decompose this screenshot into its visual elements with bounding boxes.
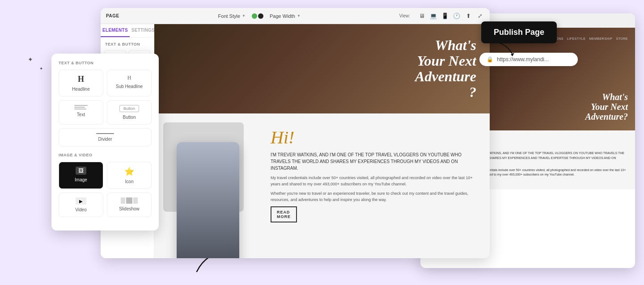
- fp-image-icon: 🖼: [76, 167, 86, 175]
- floating-person: [177, 142, 239, 258]
- hero-section: What'sYour NextAdventure?: [154, 24, 490, 113]
- person-silhouette: [177, 142, 239, 258]
- history-icon[interactable]: 🕐: [452, 13, 461, 20]
- fp-divider[interactable]: Divider: [59, 128, 152, 147]
- editor-toolbar: PAGE Font Style ▼ Page Width ▼ View: 🖥 💻…: [101, 8, 490, 24]
- fp-subheadline[interactable]: H Sub Headline: [107, 70, 152, 96]
- sparkle-left-upper: ✦: [39, 66, 43, 71]
- fp-image-grid: 🖼 Image ⭐ Icon ▶ Video Slideshow: [59, 162, 152, 217]
- fp-slideshow[interactable]: Slideshow: [107, 193, 152, 217]
- page-width-label: Page Width: [270, 13, 295, 19]
- fp-image-label: Image: [75, 177, 87, 182]
- tab-settings[interactable]: SETTINGS: [130, 24, 157, 37]
- fp-slideshow-label: Slideshow: [119, 206, 140, 211]
- fp-video[interactable]: ▶ Video: [59, 193, 103, 217]
- editor-content: ELEMENTS SETTINGS TEXT & BUTTON H Headli…: [101, 24, 490, 258]
- floating-elements-panel: TEXT & BUTTON H Headline H Sub Headline …: [51, 54, 159, 231]
- fp-text[interactable]: Text: [59, 100, 103, 125]
- fp-divider-label: Divider: [98, 137, 112, 142]
- fp-image-section: IMAGE & VIDEO 🖼 Image ⭐ Icon ▶ Video S: [59, 153, 152, 217]
- fp-icon[interactable]: ⭐ Icon: [107, 162, 152, 189]
- content-right: Hi! I'M TREVER WATKINS, AND I'M ONE OF T…: [271, 122, 481, 249]
- color-swatch-green: [252, 13, 257, 19]
- fp-text-section: TEXT & BUTTON H Headline H Sub Headline …: [59, 61, 152, 147]
- fp-subheadline-label: Sub Headline: [116, 84, 143, 89]
- fp-text-icon: [74, 105, 88, 109]
- fp-text-grid: H Headline H Sub Headline Text Button Bu…: [59, 70, 152, 147]
- font-style-control[interactable]: Font Style ▼: [216, 13, 248, 20]
- desktop-view-icon[interactable]: 🖥: [417, 13, 426, 20]
- fp-button[interactable]: Button Button: [107, 100, 152, 125]
- content-left: 🏔: [163, 122, 262, 249]
- laptop-view-icon[interactable]: 💻: [429, 13, 438, 20]
- fp-headline[interactable]: H Headline: [59, 70, 103, 96]
- hi-text: Hi!: [271, 127, 481, 148]
- nav-membership[interactable]: MEMBERSHIP: [589, 37, 612, 40]
- fp-image[interactable]: 🖼 Image: [59, 162, 103, 189]
- mobile-view-icon[interactable]: 📱: [441, 13, 449, 20]
- fp-image-title: IMAGE & VIDEO: [59, 153, 152, 157]
- expand-icon[interactable]: ⤢: [475, 13, 484, 20]
- page-editor: PAGE Font Style ▼ Page Width ▼ View: 🖥 💻…: [101, 8, 490, 258]
- nav-store[interactable]: STORE: [616, 37, 628, 40]
- chevron-down-icon: ▼: [242, 14, 246, 18]
- fp-divider-icon: [96, 133, 114, 134]
- fp-button-label: Button: [123, 115, 136, 120]
- color-swatch-dark: [258, 13, 263, 19]
- content-description2: My travel credentials include over 50+ c…: [271, 175, 481, 187]
- color-swatches: [252, 13, 263, 19]
- hero-text: What'sYour NextAdventure?: [415, 38, 476, 101]
- browser-hero-text: What'sYour NextAdventure?: [585, 92, 628, 122]
- sparkle-top-left: ✦: [28, 56, 33, 63]
- publish-arrow: [492, 40, 519, 58]
- chevron-down-icon2: ▼: [297, 14, 301, 18]
- panel-tabs: ELEMENTS SETTINGS: [101, 24, 154, 38]
- page-label: PAGE: [106, 13, 119, 18]
- fp-headline-icon: H: [78, 75, 84, 84]
- share-icon[interactable]: ⬆: [464, 13, 473, 20]
- text-button-section-title: TEXT & BUTTON: [101, 38, 154, 48]
- svg-marker-1: [511, 53, 514, 56]
- font-style-label: Font Style: [218, 13, 241, 19]
- fp-icon-label: Icon: [125, 179, 134, 184]
- browser-desc-small: My travel credentials include over 50+ c…: [469, 168, 628, 177]
- page-preview: What'sYour NextAdventure? 🏔 Hi! I'M TREV…: [154, 24, 490, 258]
- browser-hi: Hi!: [469, 138, 628, 149]
- page-width-control[interactable]: Page Width ▼: [267, 13, 303, 20]
- browser-text-content: Hi! I'M TREVER WATKINS, AND I'M ONE OF T…: [469, 138, 628, 182]
- fp-icon-icon-el: ⭐: [124, 167, 134, 176]
- fp-button-icon: Button: [119, 105, 139, 112]
- tab-elements[interactable]: ELEMENTS: [101, 24, 130, 37]
- fp-text-label: Text: [77, 112, 85, 117]
- fp-slideshow-icon: [121, 197, 138, 204]
- fp-video-icon: ▶: [76, 197, 86, 205]
- content-description: I'M TREVER WATKINS, AND I'M ONE OF THE T…: [271, 151, 481, 172]
- nav-lifestyle[interactable]: LIFESTYLE: [567, 37, 585, 40]
- browser-description: I'M TREVER WATKINS, AND I'M ONE OF THE T…: [469, 151, 628, 165]
- content-description3: Whether you're new to travel or an exper…: [271, 191, 481, 203]
- fp-video-label: Video: [75, 207, 86, 212]
- toolbar-view-icons: 🖥 💻 📱 🕐 ⬆ ⤢: [417, 13, 484, 20]
- fp-headline-label: Headline: [72, 87, 89, 92]
- content-section: 🏔 Hi! I'M TREVER WATKINS, AND I'M ONE OF…: [154, 113, 490, 258]
- read-more-button[interactable]: READMORE: [271, 206, 297, 222]
- fp-subheadline-icon: H: [127, 75, 131, 81]
- view-label: View:: [399, 13, 410, 18]
- fp-text-title: TEXT & BUTTON: [59, 61, 152, 65]
